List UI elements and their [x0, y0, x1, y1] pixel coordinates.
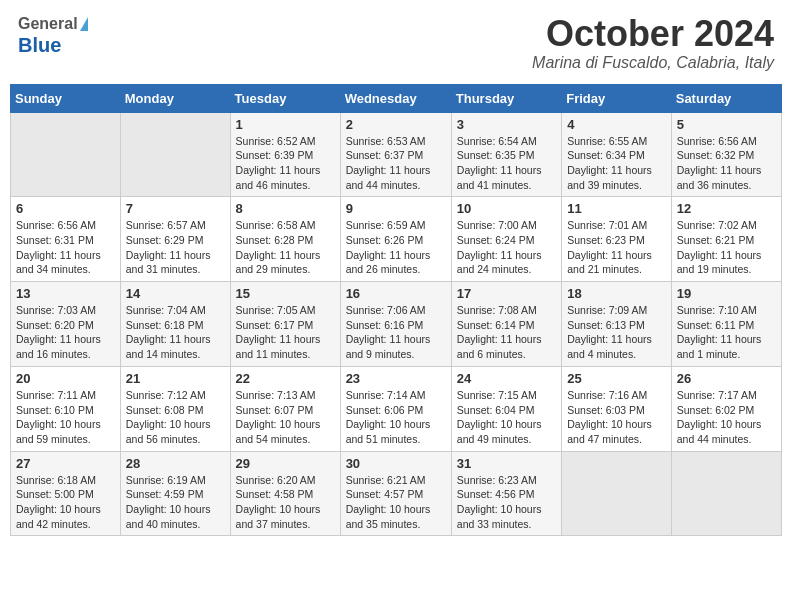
day-info: Sunrise: 7:15 AMSunset: 6:04 PMDaylight:…: [457, 388, 556, 447]
calendar-cell: 13Sunrise: 7:03 AMSunset: 6:20 PMDayligh…: [11, 282, 121, 367]
weekday-header: Saturday: [671, 84, 781, 112]
calendar-cell: 19Sunrise: 7:10 AMSunset: 6:11 PMDayligh…: [671, 282, 781, 367]
weekday-header: Monday: [120, 84, 230, 112]
weekday-header: Thursday: [451, 84, 561, 112]
day-info: Sunrise: 6:56 AMSunset: 6:31 PMDaylight:…: [16, 218, 115, 277]
day-info: Sunrise: 6:55 AMSunset: 6:34 PMDaylight:…: [567, 134, 666, 193]
calendar-cell: 27Sunrise: 6:18 AMSunset: 5:00 PMDayligh…: [11, 451, 121, 536]
day-info: Sunrise: 7:13 AMSunset: 6:07 PMDaylight:…: [236, 388, 335, 447]
logo-blue-text: Blue: [18, 34, 88, 56]
calendar-cell: 15Sunrise: 7:05 AMSunset: 6:17 PMDayligh…: [230, 282, 340, 367]
day-number: 24: [457, 371, 556, 386]
calendar-cell: 16Sunrise: 7:06 AMSunset: 6:16 PMDayligh…: [340, 282, 451, 367]
day-number: 30: [346, 456, 446, 471]
calendar-cell: [11, 112, 121, 197]
day-number: 20: [16, 371, 115, 386]
day-number: 21: [126, 371, 225, 386]
day-info: Sunrise: 7:02 AMSunset: 6:21 PMDaylight:…: [677, 218, 776, 277]
day-info: Sunrise: 7:05 AMSunset: 6:17 PMDaylight:…: [236, 303, 335, 362]
day-number: 26: [677, 371, 776, 386]
day-number: 7: [126, 201, 225, 216]
day-number: 22: [236, 371, 335, 386]
weekday-header: Friday: [562, 84, 672, 112]
day-info: Sunrise: 7:11 AMSunset: 6:10 PMDaylight:…: [16, 388, 115, 447]
calendar-cell: 23Sunrise: 7:14 AMSunset: 6:06 PMDayligh…: [340, 366, 451, 451]
day-number: 27: [16, 456, 115, 471]
day-info: Sunrise: 6:52 AMSunset: 6:39 PMDaylight:…: [236, 134, 335, 193]
calendar-cell: 5Sunrise: 6:56 AMSunset: 6:32 PMDaylight…: [671, 112, 781, 197]
calendar-cell: 25Sunrise: 7:16 AMSunset: 6:03 PMDayligh…: [562, 366, 672, 451]
day-info: Sunrise: 6:56 AMSunset: 6:32 PMDaylight:…: [677, 134, 776, 193]
day-number: 11: [567, 201, 666, 216]
calendar-cell: 24Sunrise: 7:15 AMSunset: 6:04 PMDayligh…: [451, 366, 561, 451]
calendar-cell: 17Sunrise: 7:08 AMSunset: 6:14 PMDayligh…: [451, 282, 561, 367]
calendar-cell: [562, 451, 672, 536]
day-number: 23: [346, 371, 446, 386]
day-number: 2: [346, 117, 446, 132]
day-number: 6: [16, 201, 115, 216]
day-number: 9: [346, 201, 446, 216]
calendar-week-row: 13Sunrise: 7:03 AMSunset: 6:20 PMDayligh…: [11, 282, 782, 367]
day-info: Sunrise: 6:18 AMSunset: 5:00 PMDaylight:…: [16, 473, 115, 532]
day-number: 1: [236, 117, 335, 132]
day-info: Sunrise: 7:16 AMSunset: 6:03 PMDaylight:…: [567, 388, 666, 447]
calendar-cell: 9Sunrise: 6:59 AMSunset: 6:26 PMDaylight…: [340, 197, 451, 282]
month-title: October 2024: [532, 14, 774, 54]
calendar-cell: 2Sunrise: 6:53 AMSunset: 6:37 PMDaylight…: [340, 112, 451, 197]
logo: General Blue: [18, 14, 88, 56]
logo-general-text: General: [18, 15, 78, 32]
day-number: 31: [457, 456, 556, 471]
calendar-cell: 26Sunrise: 7:17 AMSunset: 6:02 PMDayligh…: [671, 366, 781, 451]
calendar-week-row: 1Sunrise: 6:52 AMSunset: 6:39 PMDaylight…: [11, 112, 782, 197]
calendar-cell: 3Sunrise: 6:54 AMSunset: 6:35 PMDaylight…: [451, 112, 561, 197]
calendar-cell: 12Sunrise: 7:02 AMSunset: 6:21 PMDayligh…: [671, 197, 781, 282]
day-number: 15: [236, 286, 335, 301]
day-info: Sunrise: 6:19 AMSunset: 4:59 PMDaylight:…: [126, 473, 225, 532]
calendar-cell: 31Sunrise: 6:23 AMSunset: 4:56 PMDayligh…: [451, 451, 561, 536]
day-number: 13: [16, 286, 115, 301]
day-number: 4: [567, 117, 666, 132]
day-number: 14: [126, 286, 225, 301]
day-info: Sunrise: 6:54 AMSunset: 6:35 PMDaylight:…: [457, 134, 556, 193]
calendar-cell: 28Sunrise: 6:19 AMSunset: 4:59 PMDayligh…: [120, 451, 230, 536]
day-number: 29: [236, 456, 335, 471]
calendar-cell: 8Sunrise: 6:58 AMSunset: 6:28 PMDaylight…: [230, 197, 340, 282]
calendar-cell: 22Sunrise: 7:13 AMSunset: 6:07 PMDayligh…: [230, 366, 340, 451]
day-number: 3: [457, 117, 556, 132]
day-number: 17: [457, 286, 556, 301]
day-number: 25: [567, 371, 666, 386]
day-number: 8: [236, 201, 335, 216]
day-info: Sunrise: 7:12 AMSunset: 6:08 PMDaylight:…: [126, 388, 225, 447]
day-number: 12: [677, 201, 776, 216]
logo-icon: [80, 17, 88, 31]
calendar-cell: 18Sunrise: 7:09 AMSunset: 6:13 PMDayligh…: [562, 282, 672, 367]
day-info: Sunrise: 7:10 AMSunset: 6:11 PMDaylight:…: [677, 303, 776, 362]
calendar-cell: 21Sunrise: 7:12 AMSunset: 6:08 PMDayligh…: [120, 366, 230, 451]
calendar-cell: 30Sunrise: 6:21 AMSunset: 4:57 PMDayligh…: [340, 451, 451, 536]
calendar-week-row: 6Sunrise: 6:56 AMSunset: 6:31 PMDaylight…: [11, 197, 782, 282]
weekday-header: Tuesday: [230, 84, 340, 112]
calendar-table: SundayMondayTuesdayWednesdayThursdayFrid…: [10, 84, 782, 537]
day-info: Sunrise: 7:01 AMSunset: 6:23 PMDaylight:…: [567, 218, 666, 277]
day-number: 10: [457, 201, 556, 216]
day-number: 28: [126, 456, 225, 471]
page-header: General Blue October 2024 Marina di Fusc…: [10, 10, 782, 76]
day-info: Sunrise: 6:53 AMSunset: 6:37 PMDaylight:…: [346, 134, 446, 193]
calendar-cell: 7Sunrise: 6:57 AMSunset: 6:29 PMDaylight…: [120, 197, 230, 282]
calendar-cell: 10Sunrise: 7:00 AMSunset: 6:24 PMDayligh…: [451, 197, 561, 282]
day-info: Sunrise: 7:03 AMSunset: 6:20 PMDaylight:…: [16, 303, 115, 362]
day-info: Sunrise: 7:00 AMSunset: 6:24 PMDaylight:…: [457, 218, 556, 277]
day-number: 16: [346, 286, 446, 301]
day-info: Sunrise: 6:21 AMSunset: 4:57 PMDaylight:…: [346, 473, 446, 532]
weekday-header: Sunday: [11, 84, 121, 112]
calendar-cell: 14Sunrise: 7:04 AMSunset: 6:18 PMDayligh…: [120, 282, 230, 367]
calendar-cell: 1Sunrise: 6:52 AMSunset: 6:39 PMDaylight…: [230, 112, 340, 197]
day-number: 5: [677, 117, 776, 132]
calendar-cell: 29Sunrise: 6:20 AMSunset: 4:58 PMDayligh…: [230, 451, 340, 536]
day-number: 18: [567, 286, 666, 301]
calendar-cell: [671, 451, 781, 536]
weekday-header-row: SundayMondayTuesdayWednesdayThursdayFrid…: [11, 84, 782, 112]
day-info: Sunrise: 7:17 AMSunset: 6:02 PMDaylight:…: [677, 388, 776, 447]
day-info: Sunrise: 7:09 AMSunset: 6:13 PMDaylight:…: [567, 303, 666, 362]
day-info: Sunrise: 6:20 AMSunset: 4:58 PMDaylight:…: [236, 473, 335, 532]
